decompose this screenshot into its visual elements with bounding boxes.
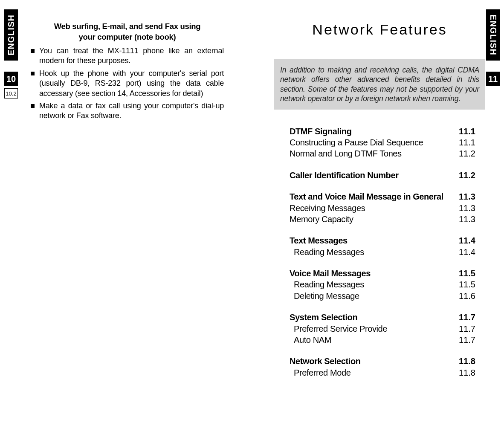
bullet-text: You can treat the MX-1111 phone like an … bbox=[39, 46, 224, 65]
heading-line-1: Web surfing, E-mail, and send Fax using bbox=[54, 22, 201, 31]
toc-number: 11.3 bbox=[459, 214, 480, 225]
toc-row: Text and Voice Mail Message in General11… bbox=[290, 191, 480, 202]
toc-label: Constructing a Pause Dial Sequence bbox=[290, 137, 459, 148]
toc-row: Auto NAM11.7 bbox=[290, 334, 480, 345]
toc-row: Network Selection11.8 bbox=[290, 356, 480, 367]
toc-number: 11.4 bbox=[459, 246, 480, 258]
toc-label: Preferred Service Provide bbox=[290, 323, 459, 334]
page-right: ENGLISH 11 Network Features In addition … bbox=[252, 0, 504, 446]
toc-row: Reading Messages11.5 bbox=[290, 279, 480, 290]
toc-label: Text Messages bbox=[290, 235, 459, 246]
toc-number: 11.4 bbox=[459, 235, 480, 246]
language-tab-left-text: ENGLISH bbox=[6, 14, 16, 55]
toc-row: Caller Identification Number11.2 bbox=[290, 170, 480, 181]
language-tab-left: ENGLISH bbox=[4, 9, 18, 61]
toc-number: 11.6 bbox=[459, 290, 480, 301]
bullet-list: You can treat the MX-1111 phone like an … bbox=[31, 46, 224, 121]
toc-number: 11.3 bbox=[459, 191, 480, 202]
page-left: ENGLISH 10 10.2 Web surfing, E-mail, and… bbox=[0, 0, 252, 446]
toc-row: Text Messages11.4 bbox=[290, 235, 480, 246]
toc-number: 11.5 bbox=[459, 279, 480, 290]
toc-number: 11.1 bbox=[459, 137, 480, 148]
toc-row: Preferred Mode11.8 bbox=[290, 367, 480, 378]
toc-label: Reading Messages bbox=[290, 246, 459, 258]
toc-label: Text and Voice Mail Message in General bbox=[290, 191, 459, 202]
toc-number: 11.2 bbox=[459, 148, 480, 159]
toc-number: 11.8 bbox=[459, 356, 480, 367]
language-tab-right-text: ENGLISH bbox=[488, 14, 498, 55]
intro-box: In addition to making and receiving call… bbox=[274, 59, 485, 110]
bullet-item: Hook up the phone with your computer's s… bbox=[31, 69, 224, 98]
subsection-number-left: 10.2 bbox=[6, 90, 16, 97]
toc-row: Normal and Long DTMF Tones11.2 bbox=[290, 148, 480, 159]
toc-number: 11.7 bbox=[459, 323, 480, 334]
toc-label: Deleting Message bbox=[290, 290, 459, 301]
toc-label: Preferred Mode bbox=[290, 367, 459, 378]
toc-row: DTMF Signaling11.1 bbox=[290, 126, 480, 137]
toc-label: Network Selection bbox=[290, 356, 459, 367]
toc-label: DTMF Signaling bbox=[290, 126, 459, 137]
heading-line-2: your computer (note book) bbox=[79, 32, 176, 41]
toc-number: 11.2 bbox=[459, 170, 480, 181]
page-number-tab-left: 10 bbox=[4, 72, 18, 86]
toc-label: Caller Identification Number bbox=[290, 170, 459, 181]
bullet-text: Make a data or fax call using your compu… bbox=[39, 101, 224, 120]
page-number-left: 10 bbox=[6, 74, 16, 84]
right-page-content: Network Features In addition to making a… bbox=[274, 21, 485, 378]
toc-row: System Selection11.7 bbox=[290, 312, 480, 323]
subsection-tab-left: 10.2 bbox=[4, 88, 18, 98]
toc-row: Reading Messages11.4 bbox=[290, 246, 480, 258]
left-page-content: Web surfing, E-mail, and send Fax using … bbox=[31, 21, 224, 124]
toc-label: Memory Capacity bbox=[290, 214, 459, 225]
bullet-item: Make a data or fax call using your compu… bbox=[31, 101, 224, 121]
toc-label: Auto NAM bbox=[290, 334, 459, 345]
bullet-text: Hook up the phone with your computer's s… bbox=[39, 69, 224, 98]
page-number-tab-right: 11 bbox=[486, 72, 500, 86]
toc-row: Memory Capacity11.3 bbox=[290, 214, 480, 225]
toc-number: 11.1 bbox=[459, 126, 480, 137]
toc-label: Receiving Messages bbox=[290, 203, 459, 214]
table-of-contents: DTMF Signaling11.1Constructing a Pause D… bbox=[274, 126, 485, 379]
toc-row: Deleting Message11.6 bbox=[290, 290, 480, 301]
page-number-right: 11 bbox=[488, 74, 498, 84]
left-section-heading: Web surfing, E-mail, and send Fax using … bbox=[31, 21, 224, 43]
toc-number: 11.3 bbox=[459, 203, 480, 214]
toc-label: Voice Mail Messages bbox=[290, 268, 459, 279]
toc-number: 11.7 bbox=[459, 334, 480, 345]
toc-row: Constructing a Pause Dial Sequence11.1 bbox=[290, 137, 480, 148]
chapter-title: Network Features bbox=[274, 21, 485, 38]
toc-row: Receiving Messages11.3 bbox=[290, 203, 480, 214]
toc-number: 11.8 bbox=[459, 367, 480, 378]
toc-label: Normal and Long DTMF Tones bbox=[290, 148, 459, 159]
bullet-item: You can treat the MX-1111 phone like an … bbox=[31, 46, 224, 66]
toc-row: Preferred Service Provide11.7 bbox=[290, 323, 480, 334]
toc-row: Voice Mail Messages11.5 bbox=[290, 268, 480, 279]
toc-label: System Selection bbox=[290, 312, 459, 323]
intro-text: In addition to making and receiving call… bbox=[280, 66, 479, 103]
toc-number: 11.5 bbox=[459, 268, 480, 279]
toc-number: 11.7 bbox=[459, 312, 480, 323]
toc-label: Reading Messages bbox=[290, 279, 459, 290]
language-tab-right: ENGLISH bbox=[486, 9, 500, 61]
